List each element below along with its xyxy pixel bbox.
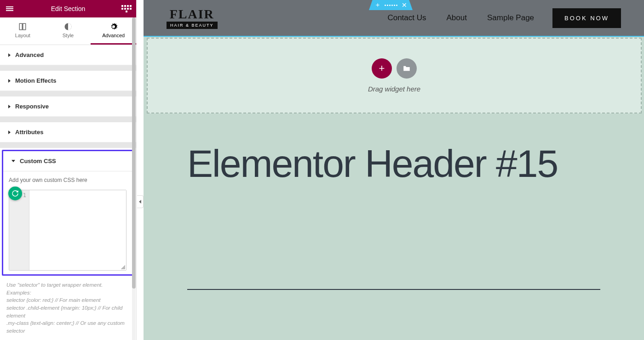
tab-layout-label: Layout bbox=[15, 33, 30, 38]
nav-about[interactable]: About bbox=[447, 13, 467, 23]
logo-text: FLAIR bbox=[170, 7, 214, 22]
menu-icon[interactable] bbox=[5, 4, 15, 14]
main-nav: Contact Us About Sample Page bbox=[387, 13, 534, 23]
acc-attributes[interactable]: Attributes bbox=[0, 122, 136, 142]
layout-icon bbox=[18, 23, 27, 31]
tab-style[interactable]: Style bbox=[46, 17, 91, 45]
css-note-3: selector {color: red;} // For main eleme… bbox=[6, 296, 130, 304]
tab-style-label: Style bbox=[63, 33, 74, 38]
heading-underline bbox=[187, 289, 600, 290]
custom-css-notes: Use "selector" to target wrapper element… bbox=[0, 281, 136, 340]
style-icon bbox=[64, 23, 72, 31]
css-note-2: Examples: bbox=[6, 289, 130, 297]
gear-icon bbox=[109, 23, 118, 31]
add-section-icon[interactable]: ＋ bbox=[374, 1, 381, 9]
tab-advanced[interactable]: Advanced bbox=[91, 17, 136, 45]
template-library-button[interactable] bbox=[397, 58, 417, 79]
custom-css-hint: Add your own custom CSS here bbox=[9, 177, 126, 183]
page-heading: Elementor Header #15 bbox=[187, 142, 558, 185]
sidebar-collapse-toggle[interactable] bbox=[137, 195, 144, 208]
folder-icon bbox=[402, 64, 411, 73]
grammarly-icon[interactable] bbox=[8, 187, 22, 200]
section-handle: ＋ ✕ bbox=[369, 0, 413, 10]
tab-advanced-label: Advanced bbox=[102, 33, 125, 38]
sidebar-scrollbar[interactable] bbox=[132, 17, 136, 340]
acc-custom-css[interactable]: Custom CSS bbox=[3, 151, 132, 171]
sidebar-title: Edit Section bbox=[51, 5, 86, 12]
custom-css-textarea[interactable] bbox=[29, 190, 126, 270]
logo-subtext: HAIR & BEAUTY bbox=[167, 22, 218, 29]
acc-responsive[interactable]: Responsive bbox=[0, 96, 136, 117]
drag-section-icon[interactable] bbox=[385, 5, 397, 6]
sidebar-header: Edit Section bbox=[0, 0, 136, 17]
nav-sample-page[interactable]: Sample Page bbox=[487, 13, 534, 23]
book-now-button[interactable]: BOOK NOW bbox=[552, 8, 621, 28]
css-note-4: selector .child-element {margin: 10px;} … bbox=[6, 304, 130, 319]
preview-canvas: ＋ ✕ FLAIR HAIR & BEAUTY Contact Us About… bbox=[144, 0, 644, 340]
drop-area[interactable]: + Drag widget here bbox=[147, 38, 642, 113]
css-note-5: .my-class {text-align: center;} // Or us… bbox=[6, 319, 130, 334]
editor-sidebar: Edit Section Layout Style Advanced Advan… bbox=[0, 0, 137, 340]
tab-layout[interactable]: Layout bbox=[0, 17, 46, 45]
custom-css-editor: 1 bbox=[9, 190, 126, 271]
drop-hint: Drag widget here bbox=[368, 85, 420, 93]
remove-section-icon[interactable]: ✕ bbox=[402, 1, 407, 9]
add-widget-button[interactable]: + bbox=[372, 58, 392, 79]
resize-handle[interactable] bbox=[121, 265, 125, 269]
logo[interactable]: FLAIR HAIR & BEAUTY bbox=[167, 7, 218, 29]
acc-motion-effects[interactable]: Motion Effects bbox=[0, 71, 136, 91]
nav-contact[interactable]: Contact Us bbox=[387, 13, 426, 23]
sidebar-tabs: Layout Style Advanced bbox=[0, 17, 136, 45]
editor-gutter: 1 bbox=[9, 190, 29, 270]
acc-advanced[interactable]: Advanced bbox=[0, 45, 136, 65]
apps-icon[interactable] bbox=[121, 4, 132, 14]
custom-css-panel: Custom CSS Add your own custom CSS here … bbox=[2, 150, 133, 276]
css-note-1: Use "selector" to target wrapper element… bbox=[6, 281, 130, 289]
